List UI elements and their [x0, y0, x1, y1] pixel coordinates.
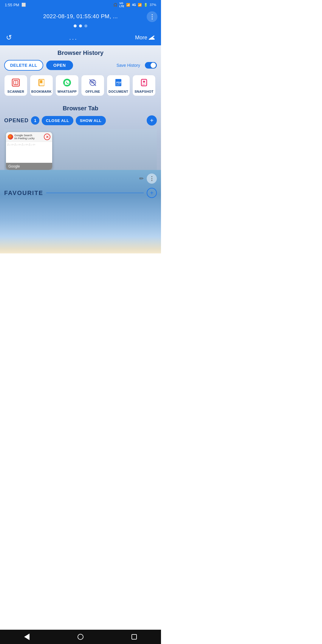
svg-rect-18: [142, 85, 145, 85]
save-history-label: Save History: [117, 63, 140, 68]
scanner-icon-item[interactable]: SCANNER: [4, 75, 27, 96]
signal-icon: 📶: [126, 3, 130, 7]
svg-rect-12: [116, 84, 121, 85]
tab-cards-area: Google Search Im Feeling Lucky ✕ ශ්‍රී ල…: [4, 129, 157, 170]
show-all-button[interactable]: SHOW ALL: [76, 116, 106, 125]
signal2-icon: 📶: [138, 3, 142, 7]
history-actions-row: DELETE ALL OPEN Save History: [4, 60, 157, 71]
tab-header-left: Google Search: [14, 134, 43, 137]
status-left: 1:55 PM ⬜: [5, 3, 26, 7]
header-bar: ⋮ 2022-08-19, 01:55:40 PM, ...: [0, 10, 161, 32]
dot-3: [84, 24, 87, 27]
refresh-button[interactable]: ↺: [6, 33, 12, 42]
favourite-label: FAVOURITE: [4, 190, 43, 196]
page-dots-indicator: [74, 24, 87, 27]
svg-rect-13: [116, 85, 120, 86]
delete-all-button[interactable]: DELETE ALL: [4, 60, 43, 71]
favourite-add-icon: +: [150, 190, 154, 196]
headphone-icon: 🎧: [113, 3, 117, 7]
network-4g: 4G: [132, 3, 136, 7]
tab-close-button[interactable]: ✕: [44, 134, 50, 140]
browser-tab-section: Browser Tab OPENED 1 CLOSE ALL SHOW ALL …: [0, 101, 161, 170]
bookmark-label: BOOKMARK: [31, 90, 52, 93]
tab-card-google[interactable]: Google Search Im Feeling Lucky ✕ ශ්‍රී ල…: [6, 132, 52, 170]
cloud-crossed-icon: ☁: [148, 34, 155, 41]
favourite-divider: [46, 193, 144, 193]
whatsapp-icon-item[interactable]: WHATSAPP: [55, 75, 79, 96]
vertical-dots-icon: ⋮: [149, 13, 155, 20]
toolbar-dots: ...: [69, 34, 78, 41]
snapshot-icon: [140, 78, 148, 88]
status-bar: 1:55 PM ⬜ 🎧 VOLTE 📶 4G 📶 🔋 37%: [0, 0, 161, 10]
tab-body-text: ශ්‍රී ලංකා ශ්‍රී ලංකා ශ්‍රී ලංකා ශ්‍රී ල…: [7, 143, 35, 145]
more-label: More: [135, 35, 147, 41]
scanner-label: SCANNER: [7, 90, 24, 93]
document-icon: PDF: [114, 78, 123, 88]
browser-history-section: Browser History DELETE ALL OPEN Save His…: [0, 45, 161, 101]
snapshot-icon-item[interactable]: SNAPSHOT: [132, 75, 156, 96]
vertical-dots-icon: ⋮: [149, 175, 154, 182]
document-label: DOCUMENT: [109, 90, 128, 93]
toolbar-row: ↺ ... More ☁: [0, 32, 161, 45]
document-icon-item[interactable]: PDF DOCUMENT: [107, 75, 130, 96]
tab-favicon: [8, 134, 13, 140]
save-history-toggle[interactable]: [145, 62, 157, 69]
tab-actions-row: OPENED 1 CLOSE ALL SHOW ALL +: [4, 115, 157, 126]
tab-footer-label: Google: [8, 164, 20, 168]
dot-2: [79, 24, 82, 27]
opened-count-badge: 1: [31, 116, 39, 125]
toggle-knob: [151, 63, 156, 68]
time-label: 1:55 PM: [5, 3, 19, 7]
header-title: 2022-08-19, 01:55:40 PM, ...: [43, 13, 118, 20]
whatsapp-icon: [63, 78, 72, 88]
status-right: 🎧 VOLTE 📶 4G 📶 🔋 37%: [113, 2, 156, 8]
refresh-icon: ↺: [6, 33, 12, 42]
add-tab-button[interactable]: +: [147, 115, 157, 126]
open-button[interactable]: OPEN: [46, 61, 73, 70]
tab-card-body: ශ්‍රී ලංකා ශ්‍රී ලංකා ශ්‍රී ලංකා ශ්‍රී ල…: [6, 142, 52, 163]
offline-icon-item[interactable]: OFFLINE: [81, 75, 104, 96]
favourite-row: FAVOURITE +: [4, 188, 157, 198]
bookmark-icon: [37, 78, 46, 88]
tab-header-right: Im Feeling Lucky: [14, 137, 43, 140]
browser-tab-title: Browser Tab: [4, 105, 157, 112]
battery-label: 37%: [150, 3, 156, 7]
volte-icon: VOLTE: [119, 2, 124, 8]
close-all-button[interactable]: CLOSE ALL: [42, 116, 73, 125]
dot-1: [74, 24, 77, 27]
header-menu-button[interactable]: ⋮: [147, 11, 157, 22]
svg-rect-6: [40, 80, 42, 83]
offline-label: OFFLINE: [85, 90, 100, 93]
opened-label: OPENED: [4, 117, 29, 124]
favourite-add-button[interactable]: +: [147, 188, 157, 198]
whatsapp-label: WHATSAPP: [58, 90, 77, 93]
bookmark-icon-item[interactable]: BOOKMARK: [30, 75, 53, 96]
svg-rect-17: [142, 84, 146, 84]
edit-button[interactable]: ✏: [139, 175, 144, 182]
favourite-section: ✏ ⋮ FAVOURITE +: [0, 170, 161, 253]
stop-icon: ⬜: [21, 3, 26, 7]
browser-history-title: Browser History: [4, 49, 157, 56]
favourite-more-button[interactable]: ⋮: [147, 174, 157, 184]
svg-point-16: [143, 81, 145, 83]
svg-text:PDF: PDF: [116, 81, 122, 84]
pencil-icon: ✏: [139, 176, 144, 182]
battery-icon: 🔋: [144, 3, 148, 7]
more-button[interactable]: More ☁: [135, 34, 155, 41]
tab-card-footer: Google: [6, 163, 52, 170]
offline-icon: [88, 78, 97, 88]
scanner-icon: [11, 78, 20, 88]
tab-card-header: Google Search Im Feeling Lucky ✕: [6, 132, 52, 142]
quick-icons-row: SCANNER BOOKMARK WHATSAPP: [4, 75, 157, 96]
snapshot-label: SNAPSHOT: [134, 90, 154, 93]
favourite-top-row: ✏ ⋮: [4, 174, 157, 184]
